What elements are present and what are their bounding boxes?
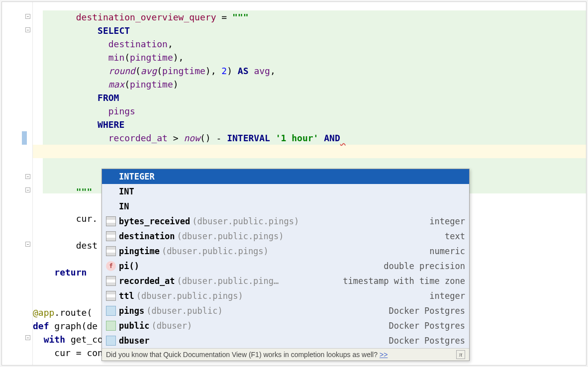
code-line[interactable]: pings	[33, 104, 586, 118]
code-line[interactable]: FROM	[33, 91, 586, 104]
completion-item-detail: (dbuser)	[151, 321, 192, 331]
table-icon	[106, 246, 116, 256]
table-icon	[106, 291, 116, 301]
fold-marker-icon[interactable]	[25, 335, 30, 340]
completion-item-type: text	[445, 231, 465, 241]
completion-item-text: IN	[119, 201, 129, 211]
completion-item[interactable]: bytes_received (dbuser.public.pings)inte…	[102, 214, 469, 229]
blank-icon	[106, 201, 116, 211]
completion-item-text: INT	[119, 186, 134, 196]
completion-item[interactable]: INTEGER	[102, 169, 469, 184]
completion-item-type: Docker Postgres	[389, 306, 465, 316]
blank-icon	[106, 172, 116, 182]
completion-item[interactable]: pings (dbuser.public)Docker Postgres	[102, 303, 469, 318]
pi-icon[interactable]: π	[456, 350, 465, 359]
completion-tip-link[interactable]: >>	[380, 351, 388, 359]
completion-item-type: double precision	[384, 261, 465, 271]
database-icon	[106, 306, 116, 316]
completion-item-text: INTEGER	[119, 172, 155, 182]
completion-item-detail: (dbuser.public)	[146, 306, 223, 316]
completion-item-text: ttl	[119, 291, 134, 301]
fold-marker-icon[interactable]	[25, 187, 30, 192]
database-icon	[106, 336, 116, 346]
function-icon: f	[106, 261, 116, 271]
code-line[interactable]: WHERE	[33, 118, 586, 131]
completion-item[interactable]: dbuserDocker Postgres	[102, 333, 469, 348]
completion-item-detail: (dbuser.public.pings)	[162, 246, 269, 256]
table-icon	[106, 276, 116, 286]
editor-gutter	[2, 2, 33, 365]
completion-item[interactable]: ttl (dbuser.public.pings)integer	[102, 288, 469, 303]
code-line[interactable]: recorded_at > now() - INTERVAL '1 hour' …	[33, 131, 586, 145]
fold-marker-icon[interactable]	[25, 174, 30, 179]
completion-item[interactable]: pingtime (dbuser.public.pings)numeric	[102, 244, 469, 259]
completion-item-text: destination	[119, 231, 175, 241]
completion-item-type: timestamp with time zone	[343, 276, 465, 286]
completion-item-type: integer	[429, 291, 465, 301]
completion-item[interactable]: public (dbuser)Docker Postgres	[102, 318, 469, 333]
code-line[interactable]: round(avg(pingtime), 2) AS avg,	[33, 64, 586, 78]
fold-marker-icon[interactable]	[25, 27, 30, 32]
code-line[interactable]: destination_overview_query = """	[33, 10, 586, 24]
code-line[interactable]: min(pingtime),	[33, 51, 586, 64]
completion-item-text: public	[119, 321, 149, 331]
completion-item-type: Docker Postgres	[389, 321, 465, 331]
fold-marker-icon[interactable]	[25, 242, 30, 247]
completion-popup: INTEGERINTINbytes_received (dbuser.publi…	[101, 169, 470, 361]
table-icon	[106, 231, 116, 241]
editor-frame: destination_overview_query = """ SELECT …	[1, 1, 587, 366]
completion-item-detail: (dbuser.public.ping…	[177, 276, 279, 286]
completion-item-detail: (dbuser.public.pings)	[136, 291, 243, 301]
completion-item-text: dbuser	[119, 336, 149, 346]
completion-list: INTEGERINTINbytes_received (dbuser.publi…	[102, 169, 469, 348]
change-marker	[22, 131, 27, 145]
completion-footer: Did you know that Quick Documentation Vi…	[102, 348, 469, 361]
table-icon	[106, 216, 116, 226]
completion-item-detail: (dbuser.public.pings)	[192, 216, 299, 226]
completion-item-detail: (dbuser.public.pings)	[177, 231, 284, 241]
code-line[interactable]: destination,	[33, 37, 586, 51]
completion-item-text: bytes_received	[119, 216, 190, 226]
completion-tip-text: Did you know that Quick Documentation Vi…	[106, 351, 378, 359]
code-line[interactable]: max(pingtime)	[33, 78, 586, 91]
completion-item[interactable]: destination (dbuser.public.pings)text	[102, 229, 469, 244]
fold-marker-icon[interactable]	[25, 14, 30, 19]
completion-item[interactable]: fpi()double precision	[102, 259, 469, 274]
schema-icon	[106, 321, 116, 331]
completion-item-type: numeric	[429, 246, 465, 256]
completion-item[interactable]: INT	[102, 184, 469, 199]
completion-item[interactable]: recorded_at (dbuser.public.ping…timestam…	[102, 274, 469, 288]
completion-item[interactable]: IN	[102, 199, 469, 214]
completion-item-type: Docker Postgres	[389, 336, 465, 346]
completion-item-type: integer	[429, 216, 465, 226]
blank-icon	[106, 186, 116, 196]
completion-item-text: recorded_at	[119, 276, 175, 286]
completion-item-text: pingtime	[119, 246, 160, 256]
completion-item-text: pi()	[119, 261, 139, 271]
completion-item-text: pings	[119, 306, 144, 316]
code-line[interactable]	[33, 145, 586, 158]
code-line[interactable]: SELECT	[33, 24, 586, 37]
